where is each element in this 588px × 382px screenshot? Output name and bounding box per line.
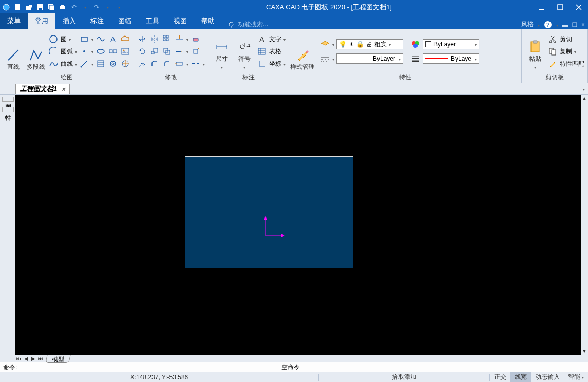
circle-label[interactable]: 圆 [61,35,67,44]
mdi-restore-icon[interactable] [572,22,577,27]
paste-button[interactable]: 粘贴 [525,31,545,71]
nav-first-icon[interactable]: ⏮ [15,356,23,361]
tab-insert[interactable]: 插入 [55,13,83,29]
mdi-min-icon[interactable]: ▬ [562,22,568,28]
tab-help[interactable]: 帮助 [194,13,222,29]
arc-icon[interactable] [48,46,59,57]
toggle-ortho[interactable]: 正交 [490,372,510,382]
chamfer-icon[interactable] [162,59,172,69]
curve-label[interactable]: 曲线 [61,60,73,68]
nav-prev-icon[interactable]: ◀ [23,356,30,361]
offset-icon[interactable] [137,59,147,69]
image-icon[interactable] [120,46,130,57]
polyline-button[interactable]: 多段线 [26,31,46,71]
point-dd[interactable] [91,48,93,55]
ray-dd[interactable] [91,60,93,67]
break-dd[interactable] [203,60,205,67]
point-icon[interactable] [79,46,89,57]
gear-icon[interactable] [108,59,118,69]
block-icon[interactable] [108,46,118,57]
arc-label[interactable]: 圆弧 [61,47,73,56]
circle-icon[interactable] [48,34,59,44]
paste-dd[interactable] [534,63,536,70]
rect-icon[interactable] [79,34,89,44]
text-label[interactable]: 文字 [269,35,281,44]
command-bar[interactable]: 命令: 空命令 [0,362,588,372]
fillet-icon[interactable] [149,59,160,69]
trim-icon[interactable] [174,34,184,44]
doc-overflow[interactable] [583,85,585,93]
symbol-dd[interactable] [243,63,245,70]
dim-button[interactable]: 尺寸 [212,31,232,71]
line-button[interactable]: 直线 [3,31,24,71]
match-icon[interactable] [547,59,558,69]
close-button[interactable] [570,0,588,14]
coord-btn-icon[interactable] [257,59,267,69]
extend-dd[interactable] [186,48,188,55]
minimize-button[interactable] [533,0,551,14]
text-btn-icon[interactable]: A [257,34,267,44]
curve-dd[interactable] [75,60,77,67]
scroll-down-icon[interactable]: ▼ [581,348,588,355]
cut-label[interactable]: 剪切 [560,35,572,44]
search-input[interactable]: 功能搜索... [235,20,268,29]
help-dropdown[interactable] [556,21,558,28]
close-tab-icon[interactable]: × [61,85,65,93]
save-icon[interactable] [36,3,44,11]
tab-view[interactable]: 视图 [166,13,194,29]
spline-icon[interactable] [96,34,106,44]
open-icon[interactable] [25,3,33,11]
stretch-dd[interactable] [186,60,188,67]
lineweight-icon[interactable] [410,53,421,64]
layer-state-dd[interactable] [389,41,391,48]
hole-icon[interactable] [120,59,130,69]
break-icon[interactable] [191,59,201,69]
array-icon[interactable] [162,34,172,44]
hatch-icon[interactable] [96,59,106,69]
sidebar-tab-library[interactable]: 图库 [2,97,14,102]
scroll-up-icon[interactable]: ▲ [581,95,588,102]
ellipse-icon[interactable] [96,46,106,57]
style-mgr-button[interactable]: 样式管理 [292,31,313,71]
linetype-selector[interactable]: ByLayer [336,53,403,64]
layer-icon[interactable] [320,39,330,49]
document-tab[interactable]: 工程图文档1 × [15,84,70,94]
tab-annotate[interactable]: 标注 [83,13,111,29]
redo-dropdown[interactable] [104,3,112,11]
coord-dd[interactable] [283,60,286,67]
maximize-button[interactable] [551,0,570,14]
saveall-icon[interactable] [47,3,55,11]
curve-icon[interactable] [48,59,59,69]
ray-icon[interactable] [79,59,89,69]
scale-icon[interactable] [149,46,160,57]
cut-icon[interactable] [547,34,558,44]
toggle-smart[interactable]: 智能 [564,372,588,382]
app-icon[interactable] [2,3,10,11]
rect-dd[interactable] [91,35,93,43]
tab-frame[interactable]: 图幅 [111,13,139,29]
mirror-icon[interactable] [149,34,160,44]
tab-common[interactable]: 常用 [28,13,55,29]
lineweight-selector[interactable]: ByLaye [423,53,479,64]
qat-more[interactable] [115,3,123,11]
new-icon[interactable] [13,3,22,11]
layer-dd[interactable] [332,41,334,48]
erase-icon[interactable] [191,34,201,44]
layer-state-selector[interactable]: 💡 ☀ 🔒 🖨 粗实 [336,39,403,49]
dim-dd[interactable] [221,63,223,70]
symbol-button[interactable]: .1 符号 [234,31,255,71]
explode-icon[interactable] [191,46,201,57]
table-label[interactable]: 表格 [269,47,281,56]
move-icon[interactable] [137,34,147,44]
extend-icon[interactable] [174,46,184,57]
text-icon[interactable]: A [108,34,118,44]
model-tab[interactable]: 模型 [45,355,70,363]
linetype-icon[interactable] [320,53,330,64]
tab-tools[interactable]: 工具 [139,13,166,29]
rotate-icon[interactable] [137,46,147,57]
color-selector[interactable]: ByLayer [423,39,479,49]
cloud-icon[interactable] [120,34,130,44]
color-icon[interactable] [410,39,421,49]
circle-dd[interactable] [69,35,71,43]
copy-label[interactable]: 复制 [560,47,572,56]
